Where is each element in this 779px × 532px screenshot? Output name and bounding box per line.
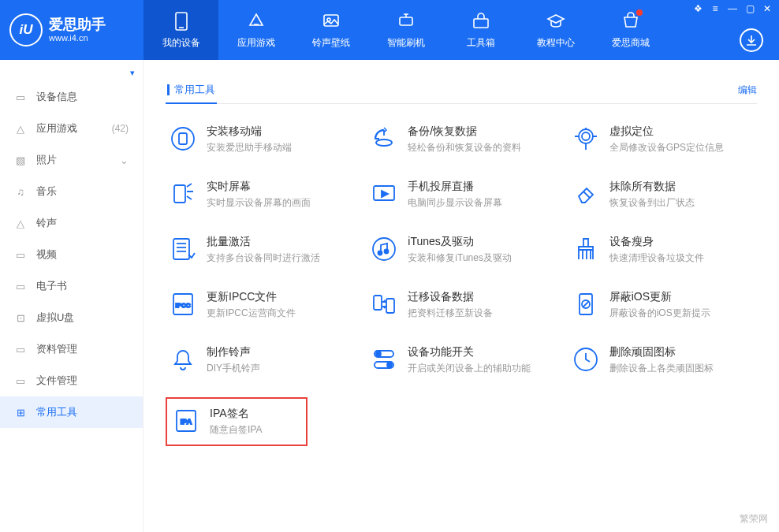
wallpaper-icon — [321, 11, 341, 32]
tool-erase[interactable]: 抹除所有数据恢复设备到出厂状态 — [568, 177, 757, 213]
svg-point-9 — [376, 140, 392, 146]
download-button[interactable] — [740, 28, 763, 52]
erase-icon — [572, 180, 600, 208]
tool-desc: 轻松备份和恢复设备的资料 — [408, 141, 521, 154]
tool-desc: 支持多台设备同时进行激活 — [207, 251, 320, 265]
tool-migrate[interactable]: 迁移设备数据把资料迁移至新设备 — [367, 287, 555, 323]
tool-title: 手机投屏直播 — [408, 180, 502, 194]
top-tab-wallpaper[interactable]: 铃声壁纸 — [293, 0, 368, 60]
tool-desc: 屏蔽设备的iOS更新提示 — [609, 307, 710, 320]
sidebar-item-usb[interactable]: ⊡虚拟U盘 — [0, 302, 143, 333]
ringtone-icon — [169, 345, 197, 374]
sidebar-item-photo[interactable]: ▧照片⌄ — [0, 144, 143, 176]
tool-title: 备份/恢复数据 — [408, 125, 521, 139]
top-tab-label: 我的设备 — [162, 36, 200, 50]
svg-point-29 — [376, 352, 381, 356]
skin-icon[interactable]: ❖ — [692, 3, 703, 14]
sidebar-label: 设备信息 — [36, 90, 77, 104]
top-tabs: 我的设备应用游戏铃声壁纸智能刷机工具箱教程中心爱思商城 — [144, 0, 668, 60]
svg-rect-5 — [400, 17, 412, 25]
sidebar-item-book[interactable]: ▭电子书 — [0, 270, 143, 302]
tool-install[interactable]: 安装移动端安装爱思助手移动端 — [166, 121, 354, 158]
top-tab-edu[interactable]: 教程中心 — [518, 0, 593, 60]
tool-screen[interactable]: 实时屏幕实时显示设备屏幕的画面 — [166, 177, 354, 213]
top-tab-apps[interactable]: 应用游戏 — [218, 0, 293, 60]
top-tab-flash[interactable]: 智能刷机 — [368, 0, 443, 60]
sidebar-label: 资料管理 — [36, 342, 77, 356]
tool-title: 删除顽固图标 — [609, 345, 714, 359]
tool-title: 设备瘦身 — [609, 235, 704, 249]
sidebar-item-files[interactable]: ▭文件管理 — [0, 365, 143, 396]
ipa-icon: IPA — [172, 407, 200, 435]
music-icon: ♫ — [14, 185, 27, 198]
edit-link[interactable]: 编辑 — [738, 84, 757, 97]
logo-title: 爱思助手 — [49, 17, 106, 33]
tool-title: 迁移设备数据 — [408, 290, 493, 304]
watermark: 繁荣网 — [740, 512, 768, 526]
tool-block[interactable]: 屏蔽iOS更新屏蔽设备的iOS更新提示 — [568, 287, 757, 323]
apps-icon — [246, 11, 266, 32]
edu-icon — [546, 11, 566, 32]
flash-icon — [396, 11, 416, 32]
svg-line-27 — [583, 301, 589, 307]
tool-deleteicon[interactable]: 删除顽固图标删除设备上各类顽固图标 — [568, 342, 757, 378]
maximize-icon[interactable]: ▢ — [744, 3, 755, 14]
sidebar-item-data[interactable]: ▭资料管理 — [0, 333, 143, 365]
logo: iU 爱思助手 www.i4.cn — [0, 13, 144, 47]
screen-icon — [169, 180, 197, 208]
minimize-icon[interactable]: — — [727, 3, 738, 14]
itunes-icon — [370, 235, 398, 263]
logo-url: www.i4.cn — [49, 33, 106, 43]
sidebar-label: 常用工具 — [36, 405, 77, 419]
tool-desc: 随意自签IPA — [210, 423, 262, 437]
sidebar-item-info[interactable]: ▭设备信息 — [0, 81, 143, 113]
close-icon[interactable]: ✕ — [762, 3, 773, 14]
tool-backup[interactable]: 备份/恢复数据轻松备份和恢复设备的资料 — [367, 121, 555, 158]
install-icon — [169, 125, 197, 153]
tool-ringtone[interactable]: 制作铃声DIY手机铃声 — [166, 342, 354, 378]
tool-itunes[interactable]: iTunes及驱动安装和修复iTunes及驱动 — [367, 232, 555, 268]
switch-icon — [370, 345, 398, 374]
apps-icon: △ — [14, 122, 27, 135]
sidebar-item-video[interactable]: ▭视频 — [0, 239, 143, 270]
sidebar-label: 照片 — [36, 153, 57, 167]
tool-cast[interactable]: 手机投屏直播电脑同步显示设备屏幕 — [367, 177, 555, 213]
tool-title: 屏蔽iOS更新 — [609, 290, 710, 304]
tool-title: 安装移动端 — [207, 125, 292, 139]
tool-ipa[interactable]: IPAIPA签名随意自签IPA — [166, 397, 308, 446]
bell-icon: △ — [14, 217, 27, 229]
tool-desc: 把资料迁移至新设备 — [408, 307, 493, 320]
svg-point-20 — [385, 250, 389, 254]
sidebar-label: 虚拟U盘 — [36, 311, 74, 325]
svg-rect-23 — [374, 296, 382, 310]
sidebar-label: 铃声 — [36, 216, 57, 230]
svg-point-7 — [172, 128, 194, 150]
sidebar-item-apps[interactable]: △应用游戏(42) — [0, 113, 143, 144]
svg-point-18 — [373, 238, 395, 260]
tool-clean[interactable]: 设备瘦身快速清理设备垃圾文件 — [568, 232, 757, 268]
menu-icon[interactable]: ≡ — [710, 3, 721, 14]
tool-desc: 开启或关闭设备上的辅助功能 — [408, 362, 531, 375]
ipcc-icon: IPCC — [169, 290, 197, 318]
sidebar-item-tools[interactable]: ⊞常用工具 — [0, 396, 143, 428]
tool-switch[interactable]: 设备功能开关开启或关闭设备上的辅助功能 — [367, 342, 555, 378]
tool-title: 抹除所有数据 — [609, 180, 695, 194]
top-tab-device[interactable]: 我的设备 — [144, 0, 218, 60]
tool-activate[interactable]: 批量激活支持多台设备同时进行激活 — [166, 232, 354, 268]
main-content: 常用工具 编辑 安装移动端安装爱思助手移动端备份/恢复数据轻松备份和恢复设备的资… — [144, 60, 779, 532]
sidebar-item-music[interactable]: ♫音乐 — [0, 176, 143, 207]
svg-rect-24 — [386, 299, 394, 313]
info-icon: ▭ — [14, 91, 27, 103]
tool-desc: 实时显示设备屏幕的画面 — [207, 196, 311, 210]
sidebar-label: 应用游戏 — [36, 121, 77, 136]
sidebar-item-bell[interactable]: △铃声 — [0, 207, 143, 239]
svg-text:IPCC: IPCC — [175, 302, 190, 309]
tool-location[interactable]: 虚拟定位全局修改设备GPS定位信息 — [568, 121, 757, 158]
sidebar-label: 电子书 — [36, 279, 67, 293]
tool-ipcc[interactable]: IPCC更新IPCC文件更新IPCC运营商文件 — [166, 287, 354, 323]
top-tab-toolbox[interactable]: 工具箱 — [443, 0, 518, 60]
activate-icon — [169, 235, 197, 263]
top-tab-shop[interactable]: 爱思商城 — [593, 0, 668, 60]
tool-desc: 恢复设备到出厂状态 — [609, 196, 695, 210]
sidebar-collapse[interactable]: ▾ — [0, 65, 143, 81]
